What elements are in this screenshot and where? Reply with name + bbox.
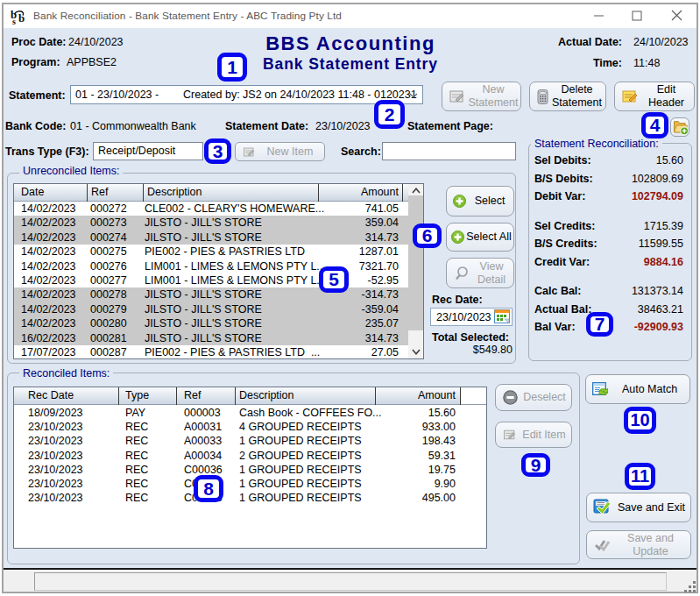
svg-text:s: s <box>12 17 16 25</box>
